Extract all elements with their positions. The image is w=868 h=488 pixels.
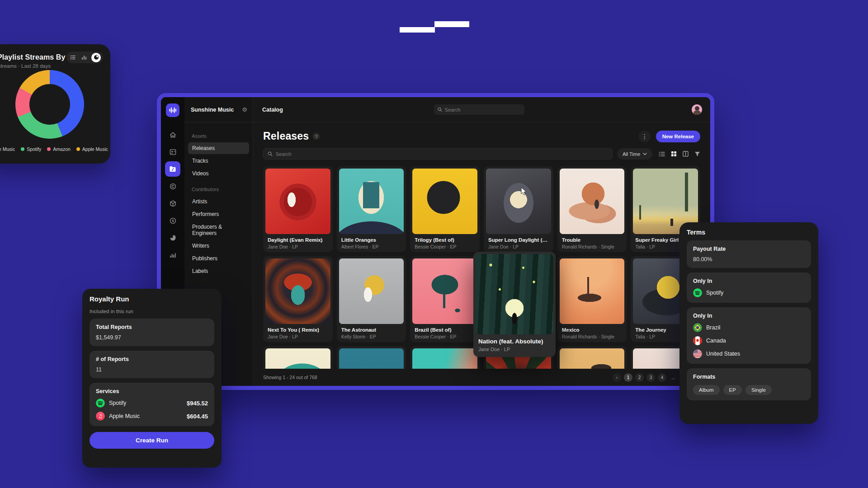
- chart-view-switcher: [66, 52, 103, 63]
- legend-dot: [47, 147, 51, 151]
- breadcrumb: Catalog: [262, 107, 283, 113]
- user-avatar[interactable]: [692, 104, 702, 115]
- release-title: Trouble: [562, 237, 623, 243]
- sidebar-item-labels[interactable]: Labels: [188, 265, 249, 277]
- copyright-icon[interactable]: [165, 178, 180, 194]
- format-pill-ep[interactable]: EP: [723, 385, 742, 395]
- release-title: Daylight (Evan Remix): [268, 237, 328, 243]
- service-name: Apple Music: [109, 413, 140, 419]
- page-title: Releases: [263, 130, 309, 142]
- gear-icon[interactable]: ⚙: [242, 106, 247, 113]
- pie-chart-icon[interactable]: [91, 53, 101, 62]
- home-icon[interactable]: [165, 127, 180, 142]
- releases-search-field[interactable]: [276, 151, 608, 157]
- table-view-icon[interactable]: [683, 151, 689, 157]
- release-card[interactable]: [557, 346, 627, 369]
- search-icon: [268, 151, 273, 156]
- release-artwork: [412, 169, 477, 234]
- workspace-name[interactable]: Sunshine Music: [191, 107, 234, 113]
- release-meta: Bessie Cooper · EP: [415, 244, 475, 249]
- release-meta: Jane Doe · LP: [268, 244, 328, 249]
- legend-item: Spotify: [21, 146, 41, 152]
- svg-text:♫: ♫: [98, 413, 103, 419]
- release-meta: Ronald Richards · Single: [562, 334, 623, 339]
- app-logo-icon[interactable]: [166, 103, 179, 117]
- create-run-button[interactable]: Create Run: [90, 432, 214, 449]
- only-in-countries-card: Only In BrazilCanadaUnited States: [687, 307, 811, 364]
- prev-page-button[interactable]: ‹: [613, 373, 621, 382]
- sidebar-item-artists[interactable]: Artists: [188, 196, 249, 207]
- sidebar-item-producers-engineers[interactable]: Producers & Engineers: [188, 221, 249, 239]
- payouts-icon[interactable]: $: [165, 213, 180, 228]
- release-card[interactable]: [263, 346, 333, 369]
- bar-chart-icon[interactable]: [80, 53, 88, 61]
- release-artwork: [265, 258, 330, 324]
- release-card[interactable]: [410, 346, 480, 369]
- release-hover-card[interactable]: Nation (feat. Absolute) Jane Doe · LP: [473, 252, 556, 357]
- page-button-1[interactable]: 1: [624, 373, 632, 382]
- sidebar-item-videos[interactable]: Videos: [188, 168, 249, 179]
- dsp-name: Spotify: [706, 290, 723, 296]
- reports-pie-icon[interactable]: [165, 230, 180, 245]
- legend-item: Amazon: [47, 146, 71, 152]
- sidebar-item-writers[interactable]: Writers: [188, 240, 249, 252]
- filter-icon[interactable]: [694, 151, 700, 157]
- release-card[interactable]: The Astronaut Kelly Storm · EP: [337, 256, 406, 342]
- svg-text:$: $: [172, 219, 174, 223]
- mouse-cursor: [521, 187, 528, 196]
- analytics-icon[interactable]: [165, 247, 180, 263]
- page-button-2[interactable]: 2: [635, 373, 644, 382]
- contacts-icon[interactable]: [165, 144, 180, 160]
- release-card[interactable]: Brazil (Best of) Bessie Cooper · EP: [410, 256, 480, 342]
- search-icon: [438, 107, 442, 112]
- help-icon[interactable]: ?: [313, 133, 320, 140]
- new-release-button[interactable]: New Release: [656, 131, 700, 142]
- payout-rate-label: Payout Rate: [693, 246, 805, 252]
- royalty-run-title: Royalty Run: [90, 295, 214, 303]
- release-card[interactable]: Little Oranges Albert Flores · EP: [337, 166, 406, 252]
- legend-item: Apple Music: [76, 146, 108, 152]
- release-card[interactable]: Mexico Ronald Richards · Single: [557, 256, 627, 342]
- release-title: Super Long Daylight (Evan Re...: [488, 237, 549, 243]
- release-title: Nation (feat. Absolute): [478, 338, 551, 345]
- list-view-icon[interactable]: [659, 151, 665, 157]
- dsp-row: Spotify: [693, 288, 805, 297]
- time-filter-dropdown[interactable]: All Time: [617, 148, 652, 160]
- release-card[interactable]: Daylight (Evan Remix) Jane Doe · LP: [263, 166, 333, 252]
- release-card[interactable]: Trouble Ronald Richards · Single: [557, 166, 627, 252]
- release-card[interactable]: Trilogy (Best of) Bessie Cooper · EP: [410, 166, 480, 252]
- sidebar-item-tracks[interactable]: Tracks: [188, 155, 249, 167]
- app-window: $ Sunshine Music ⚙ Assets ReleasesTracks…: [157, 93, 714, 390]
- kebab-menu-icon[interactable]: ⋮: [639, 131, 651, 142]
- release-artwork: [486, 169, 551, 234]
- page-button-4[interactable]: 4: [658, 373, 666, 382]
- format-pill-album[interactable]: Album: [693, 385, 720, 395]
- release-card[interactable]: [337, 346, 406, 369]
- global-search-input[interactable]: [434, 104, 524, 115]
- showing-count: Showing 1 - 24 out of 768: [263, 375, 317, 380]
- service-amount: $945.52: [187, 400, 208, 407]
- release-card[interactable]: Next To You ( Remix) Jane Doe · LP: [263, 256, 333, 342]
- list-icon[interactable]: [69, 53, 77, 61]
- sidebar-item-releases[interactable]: Releases: [188, 142, 249, 154]
- dsp-card-subtitle: Streams · Last 28 days: [0, 63, 99, 69]
- page-ellipsis: ...: [669, 373, 678, 382]
- page-button-3[interactable]: 3: [646, 373, 655, 382]
- global-search-field[interactable]: [445, 107, 521, 113]
- page-logo-fragment: [400, 27, 435, 33]
- catalog-box-icon[interactable]: [165, 196, 180, 211]
- release-meta: Kelly Storm · EP: [341, 334, 402, 339]
- release-card[interactable]: Super Long Daylight (Evan Re... Jane Doe…: [484, 166, 553, 252]
- sidebar-item-publishers[interactable]: Publishers: [188, 253, 249, 264]
- format-pill-single[interactable]: Single: [745, 385, 772, 395]
- grid-view-icon[interactable]: [671, 151, 677, 157]
- release-meta: Albert Flores · EP: [341, 244, 402, 249]
- list-footer: Showing 1 - 24 out of 768 ‹1234...28›: [263, 369, 700, 386]
- total-reports-value: $1,549.97: [96, 334, 208, 341]
- releases-search-input[interactable]: [263, 148, 613, 160]
- music-folder-icon[interactable]: [165, 161, 180, 177]
- payout-rate-card: Payout Rate 80.00%: [687, 240, 811, 268]
- sidebar-item-performers[interactable]: Performers: [188, 208, 249, 220]
- release-artwork: [560, 348, 625, 369]
- service-amount: $604.45: [187, 413, 208, 420]
